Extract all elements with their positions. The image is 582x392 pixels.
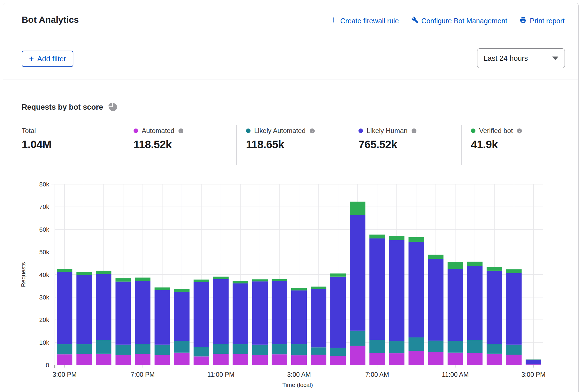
header-actions: Create firewall rule Configure Bot Manag…: [330, 16, 565, 25]
printer-icon: [520, 16, 527, 25]
pie-chart-icon: [108, 102, 118, 112]
header-divider: [3, 80, 579, 80]
likely-human-legend-dot: [358, 129, 363, 133]
stat-total-label: Total: [22, 127, 36, 135]
stat-separator: [124, 125, 124, 165]
stat-total-value: 1.04M: [22, 138, 51, 151]
add-filter-button[interactable]: + Add filter: [22, 51, 73, 67]
svg-text:7:00 AM: 7:00 AM: [365, 371, 389, 378]
svg-text:10k: 10k: [39, 339, 49, 346]
plus-icon: +: [29, 55, 34, 63]
section-title-text: Requests by bot score: [22, 103, 103, 112]
time-range-select[interactable]: Last 24 hours: [477, 48, 565, 68]
svg-text:11:00 PM: 11:00 PM: [207, 371, 234, 378]
info-icon[interactable]: [178, 128, 184, 134]
svg-text:70k: 70k: [39, 203, 49, 210]
svg-text:3:00 PM: 3:00 PM: [53, 371, 77, 378]
stat-likely-human: Likely Human 765.52k: [358, 127, 417, 164]
svg-text:40k: 40k: [39, 271, 49, 278]
stat-automated-label: Automated: [142, 127, 174, 135]
stat-likely-automated: Likely Automated 118.65k: [246, 127, 315, 164]
create-firewall-rule-link[interactable]: Create firewall rule: [330, 16, 399, 25]
create-firewall-rule-label: Create firewall rule: [340, 17, 399, 25]
automated-legend-dot: [134, 129, 138, 133]
stat-total: Total 1.04M: [22, 127, 51, 164]
svg-text:20k: 20k: [39, 316, 49, 323]
svg-text:3:00 PM: 3:00 PM: [521, 371, 545, 378]
x-axis-title: Time (local): [282, 382, 313, 388]
svg-text:50k: 50k: [39, 249, 49, 256]
requests-by-bot-score-chart[interactable]: 010k20k30k40k50k60k70k80k3:00 PM7:00 PM1…: [0, 169, 582, 392]
plus-icon: [330, 16, 337, 25]
print-report-label: Print report: [530, 17, 565, 25]
print-report-link[interactable]: Print report: [520, 16, 565, 25]
stat-likely-automated-value: 118.65k: [246, 138, 315, 151]
stat-likely-human-label: Likely Human: [367, 127, 407, 135]
configure-bot-management-label: Configure Bot Management: [421, 17, 507, 25]
stat-separator: [461, 125, 462, 165]
stat-separator: [236, 125, 237, 165]
likely-automated-legend-dot: [246, 129, 251, 133]
stat-separator: [349, 125, 349, 165]
stat-verified-bot: Verified bot 41.9k: [471, 127, 522, 164]
section-title: Requests by bot score: [22, 102, 118, 112]
stat-automated: Automated 118.52k: [134, 127, 184, 164]
stat-verified-bot-label: Verified bot: [479, 127, 513, 135]
svg-text:0: 0: [46, 362, 49, 369]
info-icon[interactable]: [516, 128, 522, 134]
svg-text:3:00 AM: 3:00 AM: [287, 371, 311, 378]
svg-text:60k: 60k: [39, 226, 49, 233]
time-range-value: Last 24 hours: [484, 54, 528, 63]
stat-likely-automated-label: Likely Automated: [254, 127, 306, 135]
verified-bot-legend-dot: [471, 129, 475, 133]
svg-text:11:00 AM: 11:00 AM: [442, 371, 469, 378]
wrench-icon: [411, 16, 419, 25]
add-filter-label: Add filter: [37, 55, 66, 63]
page-title: Bot Analytics: [22, 15, 79, 25]
svg-text:80k: 80k: [39, 181, 49, 188]
stat-automated-value: 118.52k: [134, 138, 184, 151]
y-axis-title: Requests: [20, 262, 26, 287]
stat-verified-bot-value: 41.9k: [471, 138, 522, 151]
svg-text:7:00 PM: 7:00 PM: [131, 371, 155, 378]
chevron-down-icon: [552, 57, 558, 60]
info-icon[interactable]: [411, 128, 417, 134]
configure-bot-management-link[interactable]: Configure Bot Management: [411, 16, 507, 25]
svg-text:30k: 30k: [39, 294, 49, 301]
stat-likely-human-value: 765.52k: [358, 138, 417, 151]
info-icon[interactable]: [309, 128, 315, 134]
